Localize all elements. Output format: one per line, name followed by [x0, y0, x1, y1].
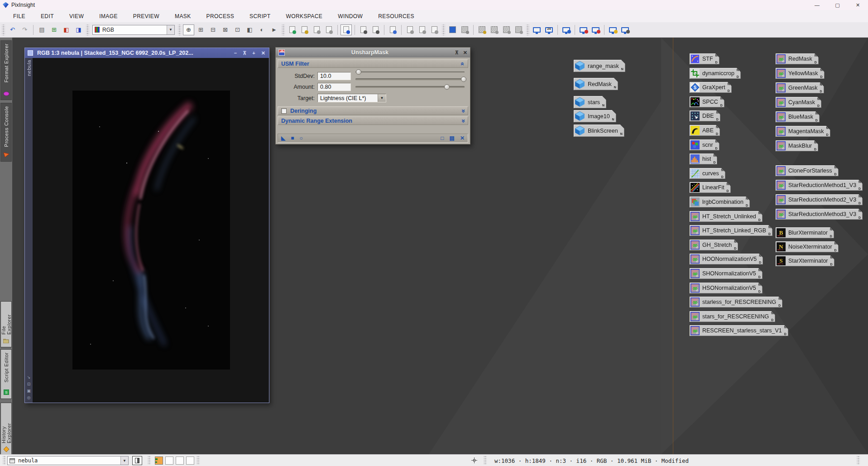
- process-icon-StarReductionMethod2_V3[interactable]: ∞StarReductionMethod2_V3ND: [776, 194, 863, 205]
- menu-item-preview[interactable]: PREVIEW: [125, 13, 167, 19]
- image-shade-icon[interactable]: ⊼: [243, 50, 246, 56]
- duplicate-view-icon[interactable]: ▣: [27, 389, 31, 393]
- fit-window-icon[interactable]: ⊡: [27, 382, 31, 386]
- image-maximize-icon[interactable]: +: [252, 50, 255, 56]
- process-icon-GraXpert[interactable]: SGraXpertND: [690, 82, 732, 93]
- resize-corner-icon[interactable]: ↘: [27, 375, 31, 380]
- dre-section-header[interactable]: Dynamic Range Extension «: [278, 116, 468, 125]
- chevron-down-icon[interactable]: ▼: [378, 94, 386, 102]
- process-icon-GreenMask[interactable]: ∞GreenMaskND: [776, 82, 824, 93]
- browse-documentation-icon[interactable]: □: [441, 135, 444, 141]
- chevron-down-icon[interactable]: ▼: [120, 456, 128, 465]
- dialog-shade-icon[interactable]: ⊼: [455, 50, 459, 56]
- process-icon-BlinkScreen[interactable]: BlinkScreenN: [574, 125, 624, 137]
- process-icon-BlurXterminator[interactable]: BBlurXterminatorND: [776, 227, 834, 238]
- process-icon-scnr[interactable]: scnrND: [690, 139, 719, 150]
- unsharpmask-dialog[interactable]: UnsharpMask ⊼ ✕ USM Filter « StdDev: Amo…: [275, 47, 470, 144]
- chevron-down-icon[interactable]: ▼: [167, 25, 174, 34]
- preview-settings-icon[interactable]: [404, 24, 416, 35]
- realtime-preview-icon[interactable]: ○: [299, 135, 302, 141]
- process-icon-Image10[interactable]: Image10N: [574, 110, 616, 122]
- fit-view-mode-icon[interactable]: ⊠: [220, 24, 231, 35]
- screen-stf-mode-icon[interactable]: ◧: [244, 24, 255, 35]
- color-management-icon[interactable]: ◨: [73, 24, 84, 35]
- apply-icon[interactable]: ■: [291, 135, 294, 141]
- process-icon-RedMask[interactable]: ∞RedMaskND: [776, 53, 819, 64]
- workspace-thumbnail-3[interactable]: [176, 456, 184, 465]
- close-window-icon[interactable]: [578, 24, 589, 35]
- window-minimize-button[interactable]: —: [807, 0, 827, 10]
- process-icon-SPCC[interactable]: SPCCND: [690, 96, 724, 107]
- process-icon-YellowMask[interactable]: ∞YellowMaskND: [776, 68, 825, 79]
- window-alert-icon[interactable]: [607, 24, 619, 35]
- expand-icon[interactable]: «: [460, 109, 465, 113]
- menu-item-mask[interactable]: MASK: [167, 13, 199, 19]
- process-icon-STF[interactable]: STFND: [690, 53, 719, 64]
- edit-script-icon[interactable]: ▤: [36, 24, 48, 35]
- process-icon-CloneForStarless[interactable]: ∞CloneForStarlessND: [776, 165, 839, 176]
- process-icon-HSONormalizationV5[interactable]: ∞HSONormalizationV5ND: [690, 283, 762, 293]
- stddev-sliders[interactable]: [355, 72, 465, 80]
- zoom-in-mode-icon[interactable]: ⊞: [195, 24, 206, 35]
- zoom-out-mode-icon[interactable]: ⊟: [207, 24, 219, 35]
- invert-mask-icon[interactable]: [501, 24, 512, 35]
- process-icon-DBE[interactable]: DBEND: [690, 110, 720, 121]
- edit-instance-icon[interactable]: ▤: [450, 135, 455, 141]
- new-preview-icon[interactable]: [287, 24, 298, 35]
- window-close-button[interactable]: ✕: [848, 0, 868, 10]
- sidebar-tab-format-explorer[interactable]: Format Explorer: [0, 40, 12, 100]
- workspace-thumbnail-2[interactable]: [165, 456, 173, 465]
- center-view-mode-icon[interactable]: ⊡: [232, 24, 243, 35]
- menu-item-edit[interactable]: EDIT: [33, 13, 62, 19]
- deringing-checkbox[interactable]: [281, 108, 287, 114]
- new-instance-icon[interactable]: ◣: [281, 135, 285, 141]
- edit-mask-icon[interactable]: [476, 24, 488, 35]
- amount-input[interactable]: [317, 83, 351, 91]
- window-maximize-button[interactable]: ▢: [827, 0, 848, 10]
- process-icon-stars_for_RESCREENING[interactable]: ∞stars_for_RESCREENINGND: [690, 311, 775, 322]
- view-mode-button[interactable]: [132, 456, 142, 465]
- menu-item-process[interactable]: PROCESS: [199, 13, 242, 19]
- select-mask-icon[interactable]: [459, 24, 470, 35]
- process-icon-StarReductionMethod1_V3[interactable]: ∞StarReductionMethod1_V3ND: [776, 180, 863, 191]
- sidebar-tab-file-explorer[interactable]: File Explorer: [0, 301, 12, 347]
- image-window-titlebar[interactable]: RGB 1:3 nebula | Stacked_153_NGC 6992_20…: [25, 48, 269, 58]
- process-icon-SHONormalizationV5[interactable]: ∞SHONormalizationV5ND: [690, 268, 762, 279]
- process-icon-MaskBlur[interactable]: ∞MaskBlurND: [776, 140, 818, 151]
- process-icon-RESCREEN_starless_stars_V1[interactable]: ∞RESCREEN_starless_stars_V1ND: [690, 325, 788, 336]
- remove-mask-icon[interactable]: [513, 24, 524, 35]
- menu-item-window[interactable]: WINDOW: [330, 13, 370, 19]
- undo-icon[interactable]: ↶: [7, 24, 18, 35]
- statusbar-grip[interactable]: [857, 456, 860, 465]
- process-icon-CyanMask[interactable]: ∞CyanMaskND: [776, 97, 821, 108]
- screen-transfer-icon[interactable]: [561, 24, 572, 35]
- sidebar-tab-history-explorer[interactable]: History Explorer: [0, 403, 12, 456]
- target-dropdown[interactable]: Lightness (CIE L*) ▼: [317, 94, 386, 102]
- screen-monitor-icon[interactable]: [531, 24, 542, 35]
- extract-preview-icon[interactable]: [323, 24, 335, 35]
- preview-undo-icon[interactable]: [417, 24, 428, 35]
- process-icon-NoiseXterminator[interactable]: NNoiseXterminatorND: [776, 241, 839, 252]
- active-view-selector[interactable]: nebula ▼: [7, 456, 129, 465]
- statusbar-grip[interactable]: [484, 456, 487, 465]
- edit-preview-icon[interactable]: [299, 24, 310, 35]
- process-icon-stars[interactable]: starsN: [574, 96, 606, 108]
- process-icon-StarXterminator[interactable]: SStarXterminatorND: [776, 255, 834, 266]
- deringing-section-header[interactable]: Deringing «: [278, 106, 468, 115]
- process-icon-HT_Stretch_Linked_RGB[interactable]: ∞HT_Stretch_Linked_RGBND: [690, 225, 772, 236]
- next-preview-icon[interactable]: [370, 24, 381, 35]
- statusbar-grip[interactable]: [197, 456, 200, 465]
- menu-item-file[interactable]: FILE: [5, 13, 33, 19]
- dialog-close-icon[interactable]: ✕: [463, 50, 467, 56]
- menu-item-workspace[interactable]: WORKSPACE: [278, 13, 331, 19]
- menu-item-script[interactable]: SCRIPT: [242, 13, 278, 19]
- process-icon-RedMask[interactable]: RedMaskN: [574, 78, 618, 90]
- process-icon-HT_Stretch_Unlinked[interactable]: ∞HT_Stretch_UnlinkedND: [690, 211, 762, 222]
- process-icon-curves[interactable]: curvesND: [690, 168, 725, 179]
- process-icon-StarReductionMethod3_V3[interactable]: ∞StarReductionMethod3_V3ND: [776, 209, 863, 220]
- preview-readout-icon[interactable]: [340, 24, 352, 35]
- process-icon-range_mask[interactable]: range_maskN: [574, 60, 625, 72]
- menu-item-resources[interactable]: RESOURCES: [370, 13, 422, 19]
- process-icon-BlueMask[interactable]: ∞BlueMaskND: [776, 111, 820, 122]
- show-mask-icon[interactable]: [447, 24, 458, 35]
